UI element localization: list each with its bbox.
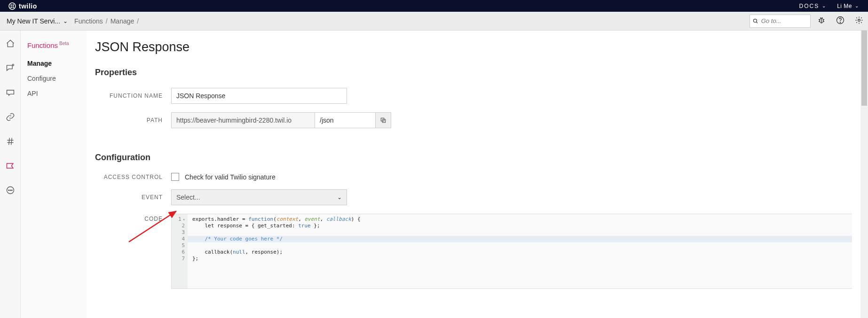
- function-name-input[interactable]: [171, 88, 347, 104]
- chevron-down-icon: ⌄: [63, 18, 68, 24]
- svg-point-0: [9, 3, 16, 9]
- svg-line-10: [823, 19, 824, 20]
- rail-hash-icon[interactable]: [6, 137, 15, 148]
- label-event: EVENT: [95, 194, 171, 201]
- breadcrumb: Functions / Manage /: [74, 17, 139, 25]
- row-access-control: ACCESS CONTROL Check for valid Twilio si…: [95, 173, 852, 181]
- path-slug-input[interactable]: [315, 112, 376, 128]
- breadcrumb-sep: /: [137, 17, 139, 25]
- section-properties: Properties: [95, 68, 852, 78]
- rail-more-icon[interactable]: [6, 186, 15, 197]
- svg-line-12: [823, 21, 824, 22]
- rail-sms-icon[interactable]: [6, 88, 15, 99]
- chevron-down-icon: ⌄: [337, 194, 342, 201]
- twilio-logo-icon: [8, 2, 16, 10]
- project-switcher[interactable]: My New IT Servi... ⌄: [7, 17, 68, 25]
- svg-point-5: [753, 19, 757, 22]
- path-base-input: [171, 112, 315, 128]
- copy-icon: [380, 117, 387, 124]
- sidebar: FunctionsBeta Manage Configure API: [21, 31, 87, 318]
- svg-point-25: [10, 190, 11, 191]
- sidebar-item-api[interactable]: API: [27, 90, 87, 97]
- main: JSON Response Properties FUNCTION NAME P…: [87, 31, 860, 318]
- event-selected-text: Select...: [176, 194, 200, 201]
- help-icon[interactable]: [836, 16, 844, 26]
- subbar: My New IT Servi... ⌄ Functions / Manage …: [0, 12, 868, 31]
- svg-point-2: [13, 4, 14, 6]
- code-gutter: 1234567: [172, 214, 188, 288]
- brand-text: twilio: [19, 2, 37, 10]
- rail-link-icon[interactable]: [6, 112, 15, 124]
- svg-point-24: [8, 190, 9, 191]
- label-access-control: ACCESS CONTROL: [95, 174, 171, 180]
- breadcrumb-sep: /: [106, 17, 108, 25]
- project-name: My New IT Servi...: [7, 17, 60, 25]
- beta-badge: Beta: [59, 41, 69, 46]
- rail-chat-icon[interactable]: [6, 63, 15, 75]
- scrollbar-thumb[interactable]: [861, 31, 867, 106]
- topbar: twilio DOCS ⌄ Li Me ⌄: [0, 0, 868, 12]
- access-checkbox[interactable]: [171, 173, 179, 181]
- search-input[interactable]: [761, 17, 807, 24]
- crumb-functions[interactable]: Functions: [74, 17, 103, 25]
- sidebar-title[interactable]: FunctionsBeta: [27, 41, 87, 49]
- sidebar-item-manage[interactable]: Manage: [27, 60, 87, 67]
- label-code: CODE: [95, 214, 171, 222]
- section-configuration: Configuration: [95, 153, 852, 163]
- sidebar-title-text: Functions: [27, 41, 58, 49]
- docs-link[interactable]: DOCS ⌄: [799, 3, 827, 9]
- search-icon: [753, 18, 758, 24]
- topbar-right: DOCS ⌄ Li Me ⌄: [799, 3, 860, 9]
- svg-point-26: [11, 190, 12, 191]
- crumb-manage[interactable]: Manage: [110, 17, 134, 25]
- svg-line-9: [819, 19, 820, 20]
- svg-point-1: [10, 4, 12, 6]
- docs-label: DOCS: [799, 3, 819, 9]
- svg-line-14: [822, 17, 823, 18]
- sidebar-item-configure[interactable]: Configure: [27, 75, 87, 82]
- window-scrollbar[interactable]: [860, 31, 868, 318]
- brand[interactable]: twilio: [8, 2, 37, 10]
- rail-functions-icon[interactable]: [6, 161, 15, 172]
- row-code: CODE 1234567 exports.handler = function(…: [95, 214, 852, 289]
- label-path: PATH: [95, 117, 171, 124]
- code-editor[interactable]: 1234567 exports.handler = function(conte…: [171, 214, 852, 289]
- event-select[interactable]: Select... ⌄: [171, 189, 347, 205]
- row-path: PATH: [95, 112, 852, 128]
- svg-point-16: [840, 22, 840, 22]
- code-body[interactable]: exports.handler = function(context, even…: [188, 214, 852, 288]
- icon-rail: [0, 31, 21, 318]
- row-event: EVENT Select... ⌄: [95, 189, 852, 205]
- row-function-name: FUNCTION NAME: [95, 88, 852, 104]
- gear-icon[interactable]: [855, 16, 863, 26]
- svg-line-13: [821, 17, 821, 18]
- svg-point-17: [858, 19, 860, 21]
- search-box[interactable]: [750, 15, 811, 28]
- user-menu[interactable]: Li Me ⌄: [837, 3, 860, 9]
- page-title: JSON Response: [95, 40, 852, 54]
- svg-point-18: [12, 64, 14, 66]
- svg-line-6: [756, 22, 757, 23]
- svg-point-4: [13, 6, 14, 8]
- svg-point-3: [10, 6, 12, 8]
- label-function-name: FUNCTION NAME: [95, 93, 171, 99]
- svg-line-11: [819, 21, 820, 22]
- sidebar-nav: Manage Configure API: [27, 60, 87, 97]
- svg-line-21: [8, 138, 9, 145]
- debug-icon[interactable]: [817, 16, 826, 26]
- copy-path-button[interactable]: [375, 112, 391, 128]
- chevron-down-icon: ⌄: [822, 3, 827, 8]
- user-label: Li Me: [837, 3, 852, 9]
- svg-line-22: [11, 138, 12, 145]
- chevron-down-icon: ⌄: [855, 3, 860, 8]
- rail-home-icon[interactable]: [6, 39, 15, 50]
- access-checkbox-label: Check for valid Twilio signature: [185, 173, 276, 181]
